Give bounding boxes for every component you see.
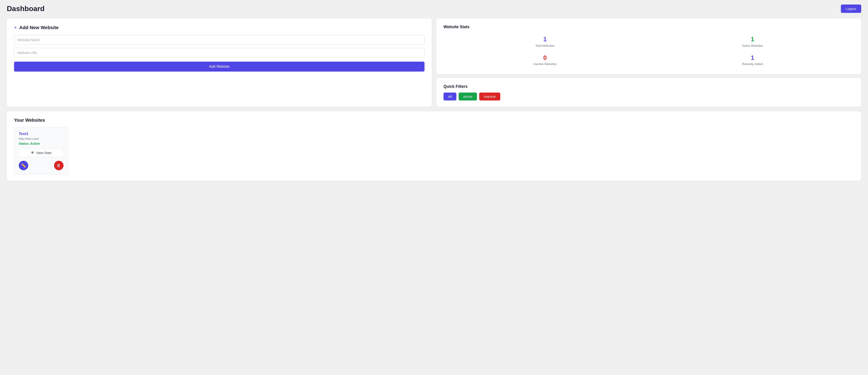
stats-grid: 1 Total Websites 1 Active Websites 0 Ina… — [443, 33, 854, 68]
total-count: 1 — [443, 36, 647, 43]
website-name: Test1 — [19, 132, 64, 136]
website-list-item: Test1 http://test.com/ Status: Active 👁 … — [14, 127, 68, 174]
website-url: http://test.com/ — [19, 137, 64, 140]
website-status: Status: Active — [19, 142, 64, 145]
delete-button[interactable]: 🗑 — [54, 161, 64, 170]
trash-icon: 🗑 — [57, 163, 61, 168]
website-stats-card: Website Stats 1 Total Websites 1 Active … — [436, 18, 861, 74]
plus-icon: + — [14, 25, 17, 31]
quick-filters-card: Quick Filters All Active Inactive — [436, 78, 861, 107]
add-website-header: + Add New Website — [14, 25, 425, 31]
add-website-title: Add New Website — [19, 25, 59, 30]
filter-inactive-button[interactable]: Inactive — [479, 93, 500, 100]
add-website-button[interactable]: Add Website — [14, 62, 425, 72]
website-name-input[interactable] — [14, 35, 425, 45]
add-website-card: + Add New Website Add Website — [7, 18, 432, 107]
right-panel: Website Stats 1 Total Websites 1 Active … — [436, 18, 861, 107]
filter-all-button[interactable]: All — [443, 93, 456, 100]
filters-card-title: Quick Filters — [443, 84, 854, 89]
eye-icon: 👁 — [31, 151, 34, 155]
recently-added-stat: 1 Recently Added — [651, 52, 854, 68]
active-websites-stat: 1 Active Websites — [651, 33, 854, 50]
edit-icon: ✏️ — [21, 163, 26, 168]
page-title: Dashboard — [7, 4, 44, 13]
inactive-label: Inactive Websites — [443, 62, 647, 66]
website-url-input[interactable] — [14, 48, 425, 58]
active-label: Active Websites — [651, 44, 854, 47]
your-websites-title: Your Websites — [14, 117, 854, 123]
inactive-websites-stat: 0 Inactive Websites — [443, 52, 647, 68]
total-label: Total Websites — [443, 44, 647, 47]
active-count: 1 — [651, 36, 854, 43]
your-websites-card: Your Websites Test1 http://test.com/ Sta… — [7, 111, 861, 181]
inactive-count: 0 — [443, 54, 647, 62]
logout-button[interactable]: Logout — [841, 4, 861, 13]
view-stats-label: View Stats — [36, 151, 52, 155]
action-buttons: ✏️ 🗑 — [19, 161, 64, 170]
filter-active-button[interactable]: Active — [459, 93, 477, 100]
recently-label: Recently Added — [651, 62, 854, 66]
recently-count: 1 — [651, 54, 854, 62]
total-websites-stat: 1 Total Websites — [443, 33, 647, 50]
stats-card-title: Website Stats — [443, 25, 854, 29]
filter-buttons-group: All Active Inactive — [443, 93, 854, 100]
view-stats-button[interactable]: 👁 View Stats — [19, 148, 64, 157]
edit-button[interactable]: ✏️ — [19, 161, 28, 170]
